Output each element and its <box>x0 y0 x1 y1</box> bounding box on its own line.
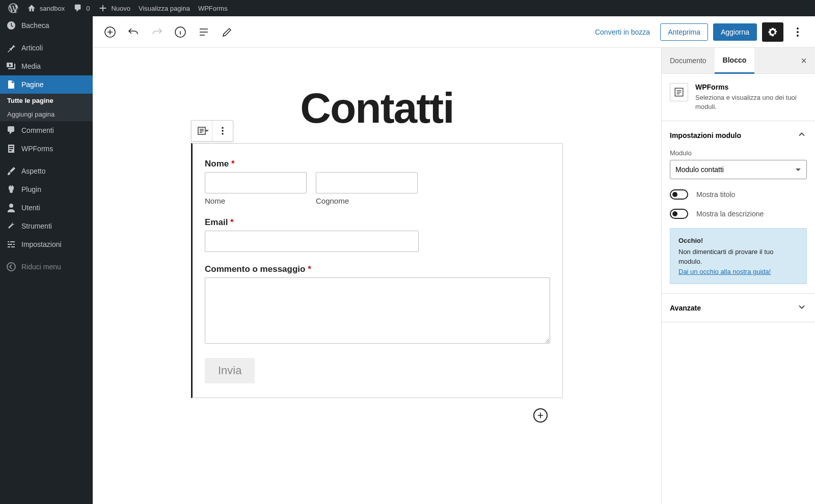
menu-media[interactable]: Media <box>0 57 93 75</box>
settings-tabs: Documento Blocco × <box>662 48 815 74</box>
sliders-icon <box>6 239 16 249</box>
menu-collapse[interactable]: Riduci menu <box>0 258 93 276</box>
settings-sidebar: Documento Blocco × WPForms Seleziona e v… <box>661 48 815 504</box>
collapse-icon <box>6 262 16 272</box>
first-name-sublabel: Nome <box>205 197 307 205</box>
module-label: Modulo <box>670 149 807 157</box>
toggle-show-desc[interactable] <box>670 209 688 219</box>
preview-button[interactable]: Anteprima <box>660 23 708 41</box>
menu-settings[interactable]: Impostazioni <box>0 235 93 254</box>
pages-icon <box>6 79 16 90</box>
contact-form: Nome * Nome Cognome <box>191 143 563 398</box>
comments-count: 0 <box>86 5 90 12</box>
admin-bar: sandbox 0 Nuovo Visualizza pagina WPForm… <box>0 0 815 16</box>
update-button[interactable]: Aggiorna <box>713 23 757 41</box>
menu-plugins[interactable]: Plugin <box>0 180 93 199</box>
view-page[interactable]: Visualizza pagina <box>134 0 194 16</box>
menu-posts[interactable]: Articoli <box>0 39 93 57</box>
last-name-input[interactable] <box>316 172 418 193</box>
edit-mode-button[interactable] <box>218 23 236 41</box>
wordpress-icon <box>8 3 18 13</box>
tab-document[interactable]: Documento <box>662 48 715 73</box>
svg-point-8 <box>222 130 223 131</box>
panel-advanced: Avanzate <box>662 294 815 322</box>
plus-icon <box>98 3 108 13</box>
block-card-desc: Seleziona e visualizza uno dei tuoi modu… <box>695 93 807 111</box>
svg-point-0 <box>7 263 15 271</box>
svg-point-5 <box>797 35 799 37</box>
redo-button[interactable] <box>148 23 166 41</box>
pin-icon <box>6 43 16 53</box>
comment-icon <box>73 3 83 13</box>
name-label: Nome * <box>205 159 550 169</box>
form-icon <box>6 144 16 154</box>
email-label: Email * <box>205 217 550 228</box>
first-name-input[interactable] <box>205 172 307 193</box>
switch-to-draft[interactable]: Converti in bozza <box>590 25 655 39</box>
chevron-up-icon <box>797 129 807 141</box>
close-settings[interactable]: × <box>793 55 815 67</box>
undo-button[interactable] <box>124 23 143 41</box>
site-name: sandbox <box>40 5 65 12</box>
message-textarea[interactable] <box>205 277 550 344</box>
panel-advanced-header[interactable]: Avanzate <box>662 294 815 322</box>
more-menu[interactable] <box>789 23 807 41</box>
svg-point-9 <box>222 133 223 134</box>
info-button[interactable] <box>171 23 189 41</box>
wpforms-link[interactable]: WPForms <box>194 0 232 16</box>
submit-button[interactable]: Invia <box>205 358 255 383</box>
menu-comments[interactable]: Commenti <box>0 121 93 139</box>
module-select[interactable]: Modulo contatti <box>670 160 807 179</box>
svg-point-3 <box>797 27 799 30</box>
menu-dashboard[interactable]: Bacheca <box>0 16 93 35</box>
svg-point-7 <box>222 127 223 129</box>
add-block-inline[interactable] <box>533 408 548 423</box>
wpforms-block[interactable]: Nome * Nome Cognome <box>191 143 563 423</box>
submenu-all-pages[interactable]: Tutte le pagine <box>0 94 93 107</box>
admin-sidebar: Bacheca Articoli Media Pagine Tutte le p… <box>0 16 93 504</box>
home-icon <box>26 3 37 13</box>
wpforms-icon <box>670 83 688 101</box>
menu-appearance[interactable]: Aspetto <box>0 162 93 180</box>
menu-wpforms[interactable]: WPForms <box>0 139 93 158</box>
toggle-title-label: Mostra titolo <box>696 190 735 199</box>
toggle-desc-label: Mostra la descrizione <box>696 210 764 218</box>
block-type-selector[interactable] <box>192 121 212 141</box>
submenu-add-page[interactable]: Aggiungi pagina <box>0 107 93 121</box>
wrench-icon <box>6 221 16 231</box>
outline-button[interactable] <box>195 23 213 41</box>
user-icon <box>6 203 16 213</box>
guide-link[interactable]: Dai un occhio alla nostra guida! <box>678 268 771 275</box>
toggle-show-title[interactable] <box>670 189 688 200</box>
block-card: WPForms Seleziona e visualizza uno dei t… <box>662 74 815 121</box>
panel-form-header[interactable]: Impostazioni modulo <box>662 121 815 149</box>
last-name-sublabel: Cognome <box>316 197 418 205</box>
add-block-button[interactable] <box>101 23 119 41</box>
settings-toggle[interactable] <box>762 22 783 42</box>
wp-logo[interactable] <box>4 0 22 16</box>
editor-canvas: Contatti Nome * Nome <box>93 48 661 504</box>
brush-icon <box>6 166 16 176</box>
svg-point-4 <box>797 31 799 33</box>
panel-form-settings: Impostazioni modulo Modulo Modulo contat… <box>662 121 815 294</box>
block-toolbar <box>191 120 233 142</box>
menu-tools[interactable]: Strumenti <box>0 217 93 235</box>
tab-block[interactable]: Blocco <box>715 48 755 74</box>
comments-icon <box>6 125 16 135</box>
media-icon <box>6 61 16 71</box>
editor-header: Converti in bozza Anteprima Aggiorna <box>93 16 815 48</box>
block-more-options[interactable] <box>212 121 233 141</box>
site-link[interactable]: sandbox <box>22 0 69 16</box>
comments-link[interactable]: 0 <box>69 0 94 16</box>
block-editor: Converti in bozza Anteprima Aggiorna Con… <box>93 16 815 504</box>
plug-icon <box>6 184 16 194</box>
page-title[interactable]: Contatti <box>93 83 661 133</box>
email-input[interactable] <box>205 231 419 252</box>
menu-pages[interactable]: Pagine <box>0 75 93 94</box>
menu-users[interactable]: Utenti <box>0 199 93 217</box>
new-label: Nuovo <box>111 5 130 12</box>
chevron-down-icon <box>797 302 807 314</box>
message-label: Commento o messaggio * <box>205 264 550 274</box>
test-form-notice: Occhio! Non dimenticarti di provare il t… <box>670 228 807 284</box>
new-content[interactable]: Nuovo <box>94 0 134 16</box>
